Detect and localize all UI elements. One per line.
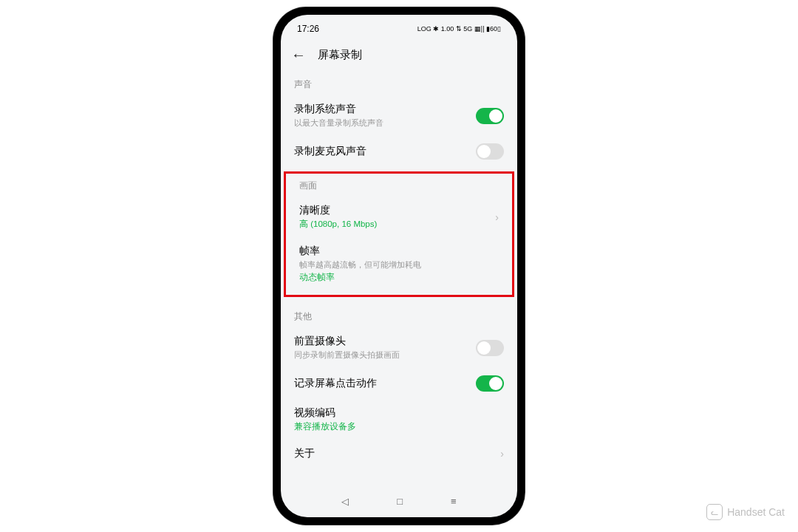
front-cam-sub: 同步录制前置摄像头拍摄画面 (294, 349, 476, 361)
phone-screen: 17:26 LOG ✱ 1.00 ⇅ 5G ▦|| ▮60▯ ← 屏幕录制 声音… (281, 15, 517, 517)
chevron-right-icon: › (500, 448, 504, 460)
toggle-record-mic[interactable] (476, 143, 504, 160)
toggle-record-taps[interactable] (476, 375, 504, 392)
page-title: 屏幕录制 (318, 48, 362, 62)
nav-back-icon[interactable]: ◁ (341, 496, 349, 507)
encoding-value: 兼容播放设备多 (294, 421, 504, 432)
nav-home-icon[interactable]: □ (397, 496, 403, 507)
watermark-text: Handset Cat (727, 506, 785, 518)
section-label-picture: 画面 (286, 174, 512, 197)
framerate-title: 帧率 (299, 245, 499, 258)
android-nav-bar: ◁ □ ≡ (281, 491, 517, 511)
encoding-title: 视频编码 (294, 406, 504, 420)
row-video-encoding[interactable]: 视频编码 兼容播放设备多 (281, 399, 517, 440)
record-system-sub: 以最大音量录制系统声音 (294, 117, 476, 129)
highlight-box-picture: 画面 清晰度 高 (1080p, 16 Mbps) › 帧率 帧率越高越流畅，但… (284, 171, 514, 297)
toggle-front-camera[interactable] (476, 340, 504, 356)
row-record-system-sound[interactable]: 录制系统声音 以最大音量录制系统声音 (281, 95, 517, 136)
section-label-other: 其他 (281, 301, 517, 327)
status-bar: 17:26 LOG ✱ 1.00 ⇅ 5G ▦|| ▮60▯ (281, 18, 517, 40)
record-taps-title: 记录屏幕点击动作 (294, 377, 476, 390)
row-front-camera[interactable]: 前置摄像头 同步录制前置摄像头拍摄画面 (281, 327, 517, 368)
chevron-right-icon: › (495, 211, 499, 223)
row-record-mic[interactable]: 录制麦克风声音 (281, 136, 517, 167)
record-mic-title: 录制麦克风声音 (294, 145, 476, 158)
row-framerate[interactable]: 帧率 帧率越高越流畅，但可能增加耗电 动态帧率 (286, 237, 512, 290)
row-record-taps[interactable]: 记录屏幕点击动作 (281, 368, 517, 399)
row-about[interactable]: 关于 › (281, 440, 517, 468)
clarity-title: 清晰度 (299, 204, 495, 217)
phone-frame: 17:26 LOG ✱ 1.00 ⇅ 5G ▦|| ▮60▯ ← 屏幕录制 声音… (273, 7, 525, 525)
row-clarity[interactable]: 清晰度 高 (1080p, 16 Mbps) › (286, 197, 512, 237)
framerate-desc: 帧率越高越流畅，但可能增加耗电 (299, 259, 499, 270)
status-indicators: LOG ✱ 1.00 ⇅ 5G ▦|| ▮60▯ (417, 25, 501, 33)
status-time: 17:26 (297, 24, 319, 34)
nav-recent-icon[interactable]: ≡ (451, 496, 457, 507)
back-icon[interactable]: ← (288, 47, 309, 64)
record-system-title: 录制系统声音 (294, 103, 476, 116)
section-label-sound: 声音 (281, 69, 517, 95)
clarity-value: 高 (1080p, 16 Mbps) (299, 219, 495, 230)
about-title: 关于 (294, 447, 500, 460)
front-cam-title: 前置摄像头 (294, 335, 476, 348)
toggle-record-system[interactable] (476, 108, 504, 124)
nav-header: ← 屏幕录制 (281, 40, 517, 69)
cat-icon: ᓚ (706, 504, 723, 520)
watermark: ᓚ Handset Cat (706, 504, 785, 520)
framerate-value: 动态帧率 (299, 272, 499, 283)
